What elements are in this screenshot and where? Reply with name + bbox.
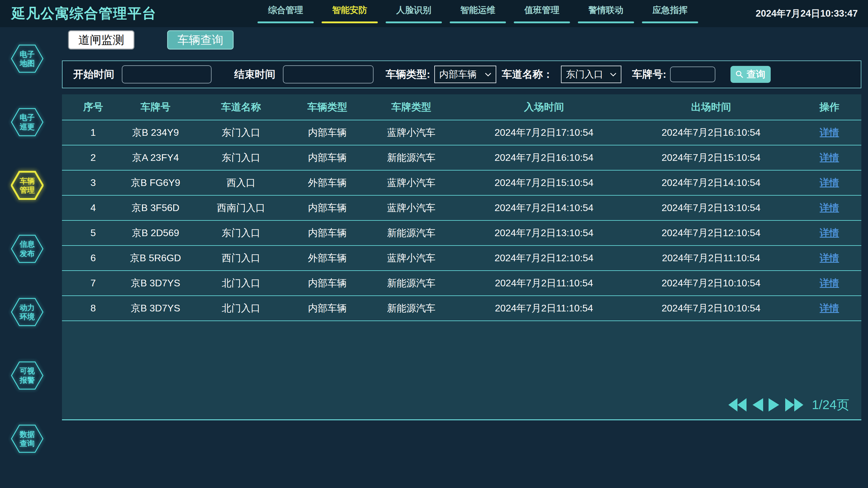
sidebar-item-1[interactable]: 电子 巡更 <box>11 108 43 137</box>
sidebar-item-label-line1: 电子 <box>20 113 35 122</box>
subtab-vehicle-query[interactable]: 车辆查询 <box>167 30 234 50</box>
column-header: 操作 <box>797 94 861 120</box>
cell-lane: 东门入口 <box>187 220 296 245</box>
sidebar-item-5[interactable]: 可视 报警 <box>11 361 43 390</box>
table-row: 3 京B FG6Y9 西入口 外部车辆 蓝牌小汽车 2024年7月2日15:10… <box>62 170 861 195</box>
detail-link[interactable]: 详情 <box>819 152 839 163</box>
plate-input[interactable] <box>670 66 715 82</box>
cell-plate-type: 新能源汽车 <box>359 145 463 170</box>
left-arrow-icon <box>752 398 764 412</box>
cell-vehicle-type: 内部车辆 <box>295 271 359 296</box>
next-page-button[interactable] <box>768 398 780 412</box>
cell-lane: 东门入口 <box>187 145 296 170</box>
cell-index: 4 <box>62 195 124 220</box>
detail-link[interactable]: 详情 <box>819 227 839 238</box>
table-body: 1 京B 234Y9 东门入口 内部车辆 蓝牌小汽车 2024年7月2日17:1… <box>62 120 861 321</box>
cell-lane: 西南门入口 <box>187 195 296 220</box>
detail-link[interactable]: 详情 <box>819 252 839 263</box>
cell-vehicle-type: 外部车辆 <box>295 245 359 271</box>
nav-tab-label: 警情联动 <box>588 4 623 16</box>
nav-tab-underline <box>257 22 314 23</box>
table-row: 5 京B 2D569 东门入口 内部车辆 新能源汽车 2024年7月2日13:1… <box>62 220 861 245</box>
nav-tab-2[interactable]: 人脸识别 <box>385 4 442 23</box>
cell-plate-type: 新能源汽车 <box>359 220 463 245</box>
sidebar-item-label-line2: 地图 <box>20 59 35 68</box>
lane-label: 车道名称： <box>502 67 553 81</box>
cell-index: 2 <box>62 145 124 170</box>
cell-exit-time: 2024年7月2日12:10:54 <box>625 220 797 245</box>
cell-entry-time: 2024年7月2日16:10:54 <box>463 145 625 170</box>
cell-lane: 北门入口 <box>187 271 296 296</box>
cell-plate-type: 蓝牌小汽车 <box>359 195 463 220</box>
sidebar-item-6[interactable]: 数据 查询 <box>11 424 43 453</box>
cell-plate-type: 蓝牌小汽车 <box>359 170 463 195</box>
cell-lane: 西门入口 <box>187 245 296 271</box>
double-right-arrow-icon <box>784 398 803 412</box>
cell-vehicle-type: 内部车辆 <box>295 120 359 145</box>
lane-value: 东门入口 <box>566 68 603 81</box>
detail-link[interactable]: 详情 <box>819 303 839 313</box>
end-time-input[interactable] <box>283 65 374 84</box>
sidebar-item-label-line1: 数据 <box>20 430 35 439</box>
nav-tab-label: 应急指挥 <box>652 4 688 16</box>
datetime-display: 2024年7月24日10:33:47 <box>755 0 858 27</box>
cell-plate-type: 新能源汽车 <box>359 296 463 321</box>
detail-link[interactable]: 详情 <box>819 177 839 188</box>
cell-lane: 东门入口 <box>187 120 296 145</box>
table-panel: 序号车牌号车道名称车辆类型车牌类型入场时间出场时间操作 1 京B 234Y9 东… <box>62 94 861 420</box>
sidebar-item-3[interactable]: 信息 发布 <box>11 234 43 263</box>
cell-plate: 京B 3F56D <box>124 195 186 220</box>
page-indicator: 1/24页 <box>812 396 849 413</box>
cell-index: 8 <box>62 296 124 321</box>
nav-tab-underline <box>450 22 506 23</box>
table-row: 8 京B 3D7YS 北门入口 内部车辆 新能源汽车 2024年7月2日11:1… <box>62 296 861 321</box>
nav-tab-6[interactable]: 应急指挥 <box>642 4 698 23</box>
cell-plate: 京B 2D569 <box>124 220 186 245</box>
detail-link[interactable]: 详情 <box>819 202 839 213</box>
last-page-button[interactable] <box>784 398 803 412</box>
nav-tab-label: 智能运维 <box>460 4 495 16</box>
table-row: 7 京B 3D7YS 北门入口 内部车辆 新能源汽车 2024年7月2日11:1… <box>62 271 861 296</box>
vehicle-type-value: 内部车辆 <box>439 68 476 81</box>
prev-page-button[interactable] <box>752 398 764 412</box>
cell-entry-time: 2024年7月2日12:10:54 <box>463 245 625 271</box>
cell-lane: 北门入口 <box>187 296 296 321</box>
sidebar-item-4[interactable]: 动力 环境 <box>11 298 43 327</box>
cell-plate-type: 新能源汽车 <box>359 271 463 296</box>
main-content: 道闸监测 车辆查询 开始时间 结束时间 车辆类型: 内部车辆 车道名称： 东门入… <box>55 27 868 488</box>
subtab-gate-monitor[interactable]: 道闸监测 <box>68 30 134 50</box>
sidebar-item-label-line2: 环境 <box>20 312 35 322</box>
sidebar-item-2[interactable]: 车辆 管理 <box>11 171 43 200</box>
lane-select[interactable]: 东门入口 <box>561 66 621 83</box>
detail-link[interactable]: 详情 <box>819 127 839 138</box>
cell-exit-time: 2024年7月2日10:10:54 <box>625 271 797 296</box>
detail-link[interactable]: 详情 <box>819 278 839 288</box>
nav-tab-underline <box>578 22 634 23</box>
start-time-input[interactable] <box>122 65 212 84</box>
sidebar-item-label-line1: 动力 <box>20 303 35 312</box>
nav-tab-5[interactable]: 警情联动 <box>578 4 634 23</box>
page-title: 延凡公寓综合管理平台 <box>11 0 157 27</box>
nav-tab-1[interactable]: 智能安防 <box>321 4 378 23</box>
sidebar-item-label-line1: 电子 <box>20 50 35 59</box>
nav-tab-0[interactable]: 综合管理 <box>257 4 314 23</box>
nav-tab-4[interactable]: 值班管理 <box>514 4 570 23</box>
sidebar-item-label-line2: 发布 <box>20 249 35 258</box>
sidebar-item-0[interactable]: 电子 地图 <box>11 44 43 73</box>
vehicle-type-select[interactable]: 内部车辆 <box>434 66 496 83</box>
nav-tab-label: 值班管理 <box>524 4 559 16</box>
search-button[interactable]: 查询 <box>731 66 771 83</box>
nav-tab-underline <box>642 22 698 23</box>
cell-vehicle-type: 内部车辆 <box>295 195 359 220</box>
cell-entry-time: 2024年7月2日11:10:54 <box>463 271 625 296</box>
cell-plate: 京B 234Y9 <box>124 120 186 145</box>
cell-exit-time: 2024年7月2日10:10:54 <box>625 296 797 321</box>
column-header: 出场时间 <box>625 94 797 120</box>
plate-label: 车牌号: <box>632 67 666 81</box>
column-header: 车牌类型 <box>359 94 463 120</box>
first-page-button[interactable] <box>728 398 747 412</box>
cell-plate-type: 蓝牌小汽车 <box>359 120 463 145</box>
nav-tab-3[interactable]: 智能运维 <box>450 4 506 23</box>
subtabs: 道闸监测 车辆查询 <box>68 30 868 50</box>
nav-tab-label: 智能安防 <box>332 4 367 16</box>
